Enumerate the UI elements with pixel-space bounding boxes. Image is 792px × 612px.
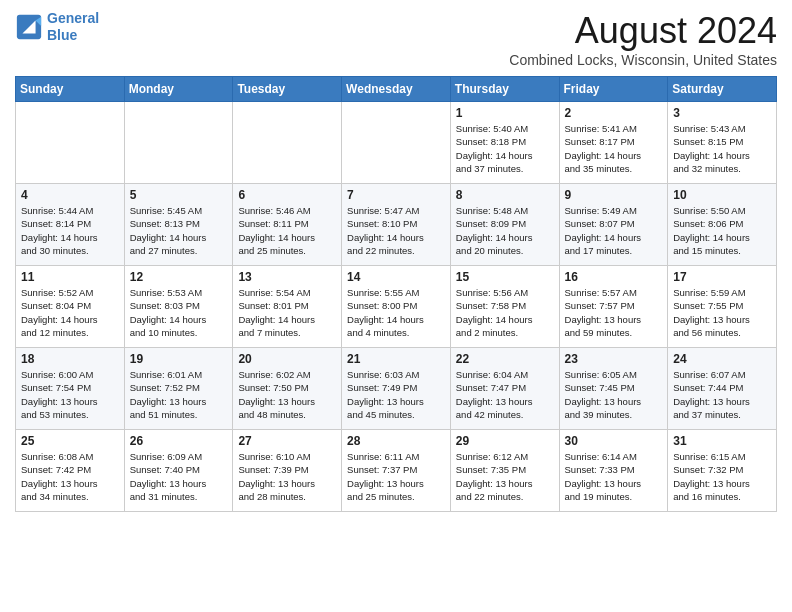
title-block: August 2024 Combined Locks, Wisconsin, U…	[509, 10, 777, 68]
day-number: 15	[456, 270, 554, 284]
day-info: Sunrise: 6:10 AM Sunset: 7:39 PM Dayligh…	[238, 450, 336, 503]
day-number: 8	[456, 188, 554, 202]
day-number: 16	[565, 270, 663, 284]
day-info: Sunrise: 5:54 AM Sunset: 8:01 PM Dayligh…	[238, 286, 336, 339]
day-number: 17	[673, 270, 771, 284]
day-info: Sunrise: 6:02 AM Sunset: 7:50 PM Dayligh…	[238, 368, 336, 421]
day-info: Sunrise: 5:44 AM Sunset: 8:14 PM Dayligh…	[21, 204, 119, 257]
calendar-cell: 24Sunrise: 6:07 AM Sunset: 7:44 PM Dayli…	[668, 348, 777, 430]
calendar-cell: 17Sunrise: 5:59 AM Sunset: 7:55 PM Dayli…	[668, 266, 777, 348]
calendar-cell: 11Sunrise: 5:52 AM Sunset: 8:04 PM Dayli…	[16, 266, 125, 348]
calendar-cell: 26Sunrise: 6:09 AM Sunset: 7:40 PM Dayli…	[124, 430, 233, 512]
day-number: 7	[347, 188, 445, 202]
day-info: Sunrise: 5:56 AM Sunset: 7:58 PM Dayligh…	[456, 286, 554, 339]
calendar-cell: 6Sunrise: 5:46 AM Sunset: 8:11 PM Daylig…	[233, 184, 342, 266]
calendar-cell: 31Sunrise: 6:15 AM Sunset: 7:32 PM Dayli…	[668, 430, 777, 512]
day-number: 4	[21, 188, 119, 202]
week-row-1: 1Sunrise: 5:40 AM Sunset: 8:18 PM Daylig…	[16, 102, 777, 184]
day-info: Sunrise: 6:07 AM Sunset: 7:44 PM Dayligh…	[673, 368, 771, 421]
weekday-header-monday: Monday	[124, 77, 233, 102]
logo-line1: General	[47, 10, 99, 26]
logo: General Blue	[15, 10, 99, 44]
day-info: Sunrise: 5:46 AM Sunset: 8:11 PM Dayligh…	[238, 204, 336, 257]
weekday-header-saturday: Saturday	[668, 77, 777, 102]
day-number: 12	[130, 270, 228, 284]
day-info: Sunrise: 5:53 AM Sunset: 8:03 PM Dayligh…	[130, 286, 228, 339]
day-number: 24	[673, 352, 771, 366]
day-info: Sunrise: 6:04 AM Sunset: 7:47 PM Dayligh…	[456, 368, 554, 421]
day-number: 3	[673, 106, 771, 120]
calendar-cell: 29Sunrise: 6:12 AM Sunset: 7:35 PM Dayli…	[450, 430, 559, 512]
day-number: 2	[565, 106, 663, 120]
calendar-cell	[342, 102, 451, 184]
week-row-4: 18Sunrise: 6:00 AM Sunset: 7:54 PM Dayli…	[16, 348, 777, 430]
calendar-cell: 12Sunrise: 5:53 AM Sunset: 8:03 PM Dayli…	[124, 266, 233, 348]
day-number: 9	[565, 188, 663, 202]
calendar-cell	[124, 102, 233, 184]
calendar-table: SundayMondayTuesdayWednesdayThursdayFrid…	[15, 76, 777, 512]
week-row-3: 11Sunrise: 5:52 AM Sunset: 8:04 PM Dayli…	[16, 266, 777, 348]
day-number: 1	[456, 106, 554, 120]
calendar-cell: 20Sunrise: 6:02 AM Sunset: 7:50 PM Dayli…	[233, 348, 342, 430]
calendar-cell: 16Sunrise: 5:57 AM Sunset: 7:57 PM Dayli…	[559, 266, 668, 348]
calendar-cell: 21Sunrise: 6:03 AM Sunset: 7:49 PM Dayli…	[342, 348, 451, 430]
day-info: Sunrise: 5:50 AM Sunset: 8:06 PM Dayligh…	[673, 204, 771, 257]
calendar-cell: 14Sunrise: 5:55 AM Sunset: 8:00 PM Dayli…	[342, 266, 451, 348]
calendar-cell	[233, 102, 342, 184]
day-info: Sunrise: 5:52 AM Sunset: 8:04 PM Dayligh…	[21, 286, 119, 339]
weekday-header-sunday: Sunday	[16, 77, 125, 102]
calendar-cell: 4Sunrise: 5:44 AM Sunset: 8:14 PM Daylig…	[16, 184, 125, 266]
day-info: Sunrise: 6:08 AM Sunset: 7:42 PM Dayligh…	[21, 450, 119, 503]
calendar-cell: 28Sunrise: 6:11 AM Sunset: 7:37 PM Dayli…	[342, 430, 451, 512]
day-info: Sunrise: 5:57 AM Sunset: 7:57 PM Dayligh…	[565, 286, 663, 339]
day-number: 30	[565, 434, 663, 448]
calendar-cell: 8Sunrise: 5:48 AM Sunset: 8:09 PM Daylig…	[450, 184, 559, 266]
day-info: Sunrise: 6:14 AM Sunset: 7:33 PM Dayligh…	[565, 450, 663, 503]
calendar-cell: 19Sunrise: 6:01 AM Sunset: 7:52 PM Dayli…	[124, 348, 233, 430]
day-number: 20	[238, 352, 336, 366]
week-row-2: 4Sunrise: 5:44 AM Sunset: 8:14 PM Daylig…	[16, 184, 777, 266]
calendar-cell: 23Sunrise: 6:05 AM Sunset: 7:45 PM Dayli…	[559, 348, 668, 430]
calendar-cell: 27Sunrise: 6:10 AM Sunset: 7:39 PM Dayli…	[233, 430, 342, 512]
day-info: Sunrise: 6:03 AM Sunset: 7:49 PM Dayligh…	[347, 368, 445, 421]
calendar-cell: 1Sunrise: 5:40 AM Sunset: 8:18 PM Daylig…	[450, 102, 559, 184]
day-number: 6	[238, 188, 336, 202]
logo-icon	[15, 13, 43, 41]
calendar-cell: 30Sunrise: 6:14 AM Sunset: 7:33 PM Dayli…	[559, 430, 668, 512]
calendar-cell: 18Sunrise: 6:00 AM Sunset: 7:54 PM Dayli…	[16, 348, 125, 430]
day-info: Sunrise: 5:45 AM Sunset: 8:13 PM Dayligh…	[130, 204, 228, 257]
day-number: 19	[130, 352, 228, 366]
day-info: Sunrise: 6:05 AM Sunset: 7:45 PM Dayligh…	[565, 368, 663, 421]
day-number: 31	[673, 434, 771, 448]
day-number: 14	[347, 270, 445, 284]
day-number: 5	[130, 188, 228, 202]
calendar-cell: 15Sunrise: 5:56 AM Sunset: 7:58 PM Dayli…	[450, 266, 559, 348]
day-info: Sunrise: 5:55 AM Sunset: 8:00 PM Dayligh…	[347, 286, 445, 339]
day-number: 10	[673, 188, 771, 202]
day-info: Sunrise: 5:47 AM Sunset: 8:10 PM Dayligh…	[347, 204, 445, 257]
week-row-5: 25Sunrise: 6:08 AM Sunset: 7:42 PM Dayli…	[16, 430, 777, 512]
day-number: 28	[347, 434, 445, 448]
month-year: August 2024	[509, 10, 777, 52]
day-info: Sunrise: 6:09 AM Sunset: 7:40 PM Dayligh…	[130, 450, 228, 503]
weekday-header-friday: Friday	[559, 77, 668, 102]
day-info: Sunrise: 5:43 AM Sunset: 8:15 PM Dayligh…	[673, 122, 771, 175]
day-info: Sunrise: 5:59 AM Sunset: 7:55 PM Dayligh…	[673, 286, 771, 339]
day-info: Sunrise: 5:49 AM Sunset: 8:07 PM Dayligh…	[565, 204, 663, 257]
day-number: 18	[21, 352, 119, 366]
weekday-header-thursday: Thursday	[450, 77, 559, 102]
calendar-cell: 13Sunrise: 5:54 AM Sunset: 8:01 PM Dayli…	[233, 266, 342, 348]
day-number: 23	[565, 352, 663, 366]
day-number: 29	[456, 434, 554, 448]
logo-text: General Blue	[47, 10, 99, 44]
day-number: 13	[238, 270, 336, 284]
calendar-cell: 25Sunrise: 6:08 AM Sunset: 7:42 PM Dayli…	[16, 430, 125, 512]
day-number: 27	[238, 434, 336, 448]
day-number: 26	[130, 434, 228, 448]
logo-line2: Blue	[47, 27, 77, 43]
page-header: General Blue August 2024 Combined Locks,…	[15, 10, 777, 68]
day-number: 11	[21, 270, 119, 284]
day-info: Sunrise: 6:12 AM Sunset: 7:35 PM Dayligh…	[456, 450, 554, 503]
weekday-header-row: SundayMondayTuesdayWednesdayThursdayFrid…	[16, 77, 777, 102]
calendar-cell: 10Sunrise: 5:50 AM Sunset: 8:06 PM Dayli…	[668, 184, 777, 266]
